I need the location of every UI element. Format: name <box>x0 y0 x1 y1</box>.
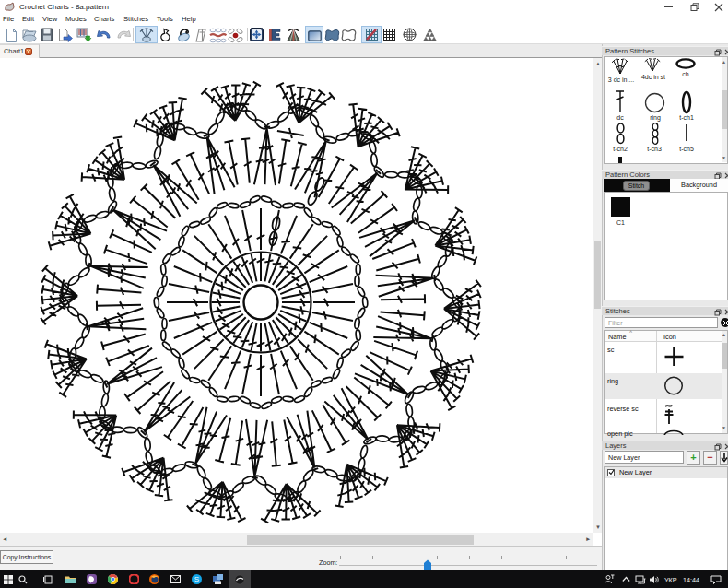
svg-text:S: S <box>194 575 199 583</box>
